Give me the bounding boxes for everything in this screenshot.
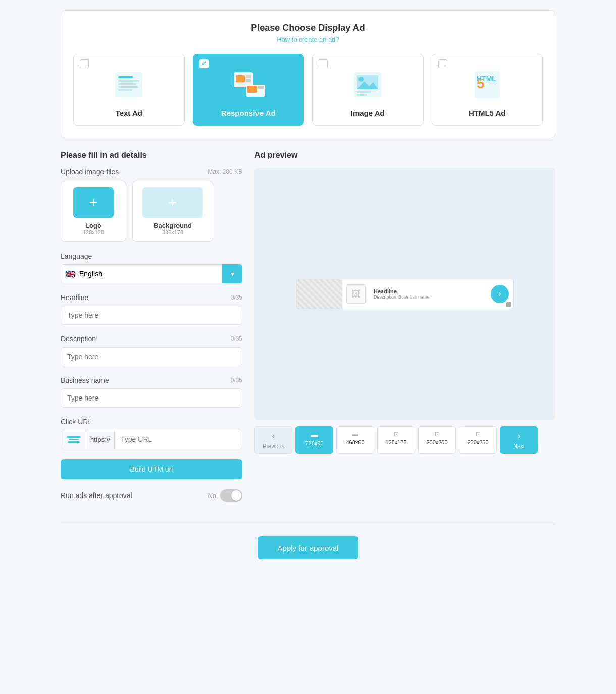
preview-title: Ad preview xyxy=(254,151,555,160)
upload-header: Upload image files Max: 200 KB xyxy=(61,168,242,176)
svg-rect-1 xyxy=(118,76,133,78)
banner-business: Business name xyxy=(398,294,430,300)
html5-ad-icon: 5 HTML xyxy=(470,67,505,103)
svg-rect-4 xyxy=(118,86,138,88)
url-icon xyxy=(61,430,86,449)
url-https-prefix: https:// xyxy=(86,430,115,449)
svg-rect-2 xyxy=(118,80,139,82)
main-content: Please fill in ad details Upload image f… xyxy=(61,151,555,512)
language-section: Language 🇬🇧 English ▾ xyxy=(61,252,242,283)
url-text-input[interactable] xyxy=(115,430,242,449)
description-field: Description 0/35 xyxy=(61,335,242,366)
size-tab-250x250[interactable]: ⊡ 250x250 xyxy=(459,426,497,454)
preview-ad-banner: 🖼 Headline Description Business name › xyxy=(296,279,514,309)
ad-type-text[interactable]: Text Ad xyxy=(73,54,185,126)
ad-type-responsive[interactable]: Responsive Ad xyxy=(193,54,304,126)
url-input-wrapper: https:// xyxy=(61,430,242,449)
size-468-icon: ▬ xyxy=(352,431,358,438)
toggle-no-label: No xyxy=(208,492,216,500)
logo-size: 128x128 xyxy=(67,229,120,235)
headline-input[interactable] xyxy=(61,306,242,325)
background-upload[interactable]: + Background 336x178 xyxy=(132,181,213,242)
size-125-icon: ⊡ xyxy=(394,431,399,438)
size-tab-125x125[interactable]: ⊡ 125x125 xyxy=(377,426,415,454)
logo-upload[interactable]: + Logo 128x128 xyxy=(61,181,126,242)
image-ad-checkbox xyxy=(319,59,328,68)
language-select[interactable]: English xyxy=(61,264,242,283)
resize-handle[interactable] xyxy=(506,302,511,307)
left-panel: Please fill in ad details Upload image f… xyxy=(61,151,242,512)
banner-description: Description xyxy=(374,294,396,300)
svg-rect-3 xyxy=(118,83,136,85)
ad-type-selector: Text Ad Responsiv xyxy=(73,54,543,126)
language-flag: 🇬🇧 xyxy=(66,269,76,279)
business-name-field: Business name 0/35 xyxy=(61,376,242,408)
headline-count: 0/35 xyxy=(231,294,242,301)
logo-plus-area: + xyxy=(73,187,114,218)
responsive-ad-label: Responsive Ad xyxy=(201,109,296,117)
svg-rect-13 xyxy=(258,86,264,89)
business-name-label: Business name xyxy=(61,376,109,384)
how-to-link[interactable]: How to create an ad? xyxy=(277,36,339,43)
headline-label: Headline xyxy=(61,293,88,302)
image-ad-label: Image Ad xyxy=(321,109,415,117)
size-200-icon: ⊡ xyxy=(435,431,440,438)
size-728-icon: ▬ xyxy=(311,431,318,439)
next-size-tab[interactable]: › Next xyxy=(500,426,538,454)
previous-size-tab[interactable]: ‹ Previous xyxy=(254,426,292,454)
background-plus-area: + xyxy=(142,187,203,218)
ad-type-image[interactable]: Image Ad xyxy=(312,54,424,126)
background-size: 336x178 xyxy=(139,229,207,235)
description-input[interactable] xyxy=(61,347,242,366)
headline-header: Headline 0/35 xyxy=(61,293,242,302)
size-250-icon: ⊡ xyxy=(476,431,481,438)
apply-button[interactable]: Apply for approval xyxy=(258,536,359,559)
chevron-right-icon: › xyxy=(518,431,521,441)
run-ads-toggle[interactable] xyxy=(220,489,242,502)
page-title: Please Choose Display Ad xyxy=(73,23,543,33)
business-name-input[interactable] xyxy=(61,388,242,408)
html5-ad-checkbox xyxy=(438,59,447,68)
logo-plus-icon: + xyxy=(89,195,97,210)
size-tab-200x200[interactable]: ⊡ 200x200 xyxy=(418,426,456,454)
preview-area: 🖼 Headline Description Business name › xyxy=(254,168,555,420)
business-name-count: 0/35 xyxy=(231,377,242,384)
ad-type-html5[interactable]: 5 HTML HTML5 Ad xyxy=(432,54,543,126)
svg-rect-8 xyxy=(236,75,245,82)
svg-rect-5 xyxy=(118,89,132,91)
description-label: Description xyxy=(61,335,96,343)
background-plus-icon: + xyxy=(169,195,177,210)
upload-max: Max: 200 KB xyxy=(208,168,242,175)
banner-cta-button[interactable]: › xyxy=(491,285,509,303)
svg-rect-9 xyxy=(246,75,251,78)
url-bar-1 xyxy=(67,436,81,438)
banner-text-block: Headline Description Business name xyxy=(370,286,491,302)
toggle-knob xyxy=(231,490,241,501)
upload-boxes: + Logo 128x128 + Background 336x178 xyxy=(61,181,242,242)
size-tabs: ‹ Previous ▬ 728x90 ▬ 468x60 ⊡ 125x125 ⊡ xyxy=(254,426,555,454)
text-ad-label: Text Ad xyxy=(82,109,176,117)
svg-point-16 xyxy=(358,77,364,82)
upload-section: Upload image files Max: 200 KB + Logo 12… xyxy=(61,168,242,242)
run-ads-row: Run ads after approval No xyxy=(61,489,242,502)
svg-rect-18 xyxy=(357,91,371,93)
logo-label: Logo xyxy=(67,222,120,229)
responsive-ad-icon xyxy=(231,67,266,103)
toggle-group: No xyxy=(208,489,242,502)
html5-ad-label: HTML5 Ad xyxy=(440,109,535,117)
image-ad-icon xyxy=(350,67,385,103)
headline-field: Headline 0/35 xyxy=(61,293,242,325)
upload-label: Upload image files xyxy=(61,168,119,176)
top-card: Please Choose Display Ad How to create a… xyxy=(61,10,555,138)
size-tab-468x60[interactable]: ▬ 468x60 xyxy=(336,426,374,454)
language-label: Language xyxy=(61,252,242,260)
right-panel: Ad preview 🖼 Headline Description Bus xyxy=(254,151,555,512)
language-select-wrapper: 🇬🇧 English ▾ xyxy=(61,264,242,283)
svg-rect-12 xyxy=(247,86,257,93)
description-header: Description 0/35 xyxy=(61,335,242,343)
svg-text:HTML: HTML xyxy=(477,75,496,83)
banner-stripes xyxy=(297,279,342,309)
build-utm-button[interactable]: Build UTM url xyxy=(61,459,242,479)
size-tab-728x90[interactable]: ▬ 728x90 xyxy=(295,426,333,454)
business-name-header: Business name 0/35 xyxy=(61,376,242,384)
